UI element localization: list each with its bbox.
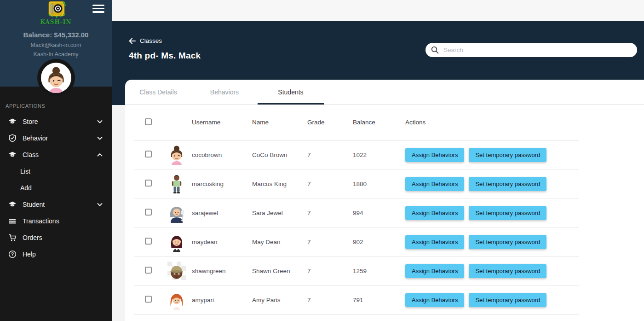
student-avatar	[167, 232, 192, 252]
grade-cell: 7	[307, 239, 353, 245]
username-cell: amypari	[192, 297, 252, 303]
main-area: Classes 4th pd- Ms. Mack Class DetailsBe…	[112, 0, 644, 321]
graduation-cap-icon	[8, 200, 17, 209]
search-input[interactable]	[443, 47, 632, 53]
back-to-classes-link[interactable]: Classes	[128, 37, 162, 44]
svg-text:?: ?	[11, 252, 14, 257]
sidebar-item-label: Help	[23, 251, 36, 258]
column-header-name: Name	[252, 119, 307, 126]
balance-cell: 1880	[353, 181, 405, 187]
student-avatar	[167, 174, 192, 194]
girl-hood-avatar	[167, 203, 187, 223]
sidebar-profile-panel: KASH-IN Balance: $45,332.00 Mack@kash-in…	[0, 0, 112, 87]
sidebar-item-store[interactable]: Store	[0, 113, 112, 130]
sidebar-item-add[interactable]: Add	[0, 180, 112, 196]
balance-cell: 994	[353, 210, 405, 216]
select-all-checkbox[interactable]	[145, 118, 152, 125]
back-arrow-icon	[128, 38, 136, 44]
boy-green-shirt-avatar	[167, 174, 187, 194]
name-cell: Shawn Green	[252, 268, 307, 274]
balance-cell: 1259	[353, 268, 405, 274]
tab-bar: Class DetailsBehaviorsStudents	[125, 80, 644, 105]
assign-behaviors-button[interactable]: Assign Behaviors	[405, 148, 464, 162]
hamburger-menu-icon[interactable]	[92, 5, 104, 15]
chevron-up-icon	[97, 152, 103, 157]
sidebar-item-class[interactable]: Class	[0, 146, 112, 163]
row-checkbox[interactable]	[145, 296, 152, 303]
sidebar-item-student[interactable]: Student	[0, 196, 112, 213]
girl-bun-avatar	[167, 145, 187, 165]
sidebar-item-label: List	[20, 168, 30, 175]
set-temporary-password-button[interactable]: Set temporary password	[469, 177, 546, 191]
top-bar	[112, 0, 644, 21]
table-row: amypariAmy Paris7791Assign BehaviorsSet …	[134, 286, 579, 315]
boy-cap-avatar	[167, 261, 187, 281]
chevron-down-icon	[97, 202, 103, 207]
assign-behaviors-button[interactable]: Assign Behaviors	[405, 264, 464, 278]
sidebar-item-label: Add	[20, 184, 32, 192]
list-icon	[8, 217, 17, 225]
class-detail-card: Class DetailsBehaviorsStudents UsernameN…	[125, 80, 644, 321]
assign-behaviors-button[interactable]: Assign Behaviors	[405, 235, 464, 249]
user-avatar[interactable]	[37, 59, 75, 97]
grade-cell: 7	[307, 181, 353, 187]
table-row: shawngreenShawn Green71259Assign Behavio…	[134, 257, 579, 286]
sidebar-item-help[interactable]: ?Help	[0, 246, 112, 263]
row-checkbox[interactable]	[145, 238, 152, 245]
balance-cell: 902	[353, 239, 405, 245]
logo-wordmark: KASH-IN	[0, 19, 112, 25]
set-temporary-password-button[interactable]: Set temporary password	[469, 206, 546, 220]
sidebar-item-label: Transactions	[23, 217, 59, 225]
student-avatar	[167, 290, 192, 310]
girl-redhead-avatar	[167, 290, 187, 310]
set-temporary-password-button[interactable]: Set temporary password	[469, 264, 546, 278]
search-box	[426, 43, 637, 57]
tab-students[interactable]: Students	[258, 80, 324, 104]
username-cell: maydean	[192, 239, 252, 245]
sidebar: KASH-IN Balance: $45,332.00 Mack@kash-in…	[0, 0, 112, 321]
sidebar-item-transactions[interactable]: Transactions	[0, 213, 112, 229]
account-email: Mack@kash-in.com	[0, 42, 112, 48]
name-cell: Amy Paris	[252, 297, 307, 303]
sidebar-item-behavior[interactable]: Behavior	[0, 130, 112, 146]
sidebar-item-orders[interactable]: Orders	[0, 229, 112, 246]
graduation-cap-icon	[8, 117, 17, 126]
set-temporary-password-button[interactable]: Set temporary password	[469, 293, 546, 307]
column-header-balance: Balance	[353, 119, 405, 126]
tab-behaviors[interactable]: Behaviors	[191, 80, 258, 104]
chevron-down-icon	[97, 136, 103, 140]
name-cell: Marcus King	[252, 181, 307, 187]
set-temporary-password-button[interactable]: Set temporary password	[469, 235, 546, 249]
table-header-row: UsernameNameGradeBalanceActions	[134, 105, 579, 140]
username-cell: sarajewel	[192, 210, 252, 216]
username-cell: cocobrown	[192, 152, 252, 158]
shield-check-icon	[8, 134, 17, 142]
tab-class-details[interactable]: Class Details	[125, 80, 191, 104]
cash-register-logo-icon	[45, 1, 68, 18]
grade-cell: 7	[307, 152, 353, 158]
student-avatar	[167, 261, 192, 281]
username-cell: marcusking	[192, 181, 252, 187]
assign-behaviors-button[interactable]: Assign Behaviors	[405, 177, 464, 191]
cart-icon	[8, 233, 17, 242]
name-cell: May Dean	[252, 239, 307, 245]
row-checkbox[interactable]	[145, 267, 152, 274]
graduation-cap-icon	[8, 151, 17, 159]
applications-section-label: APPLICATIONS	[0, 103, 112, 109]
assign-behaviors-button[interactable]: Assign Behaviors	[405, 206, 464, 220]
student-avatar	[167, 203, 192, 223]
assign-behaviors-button[interactable]: Assign Behaviors	[405, 293, 464, 307]
row-checkbox[interactable]	[145, 151, 152, 158]
help-icon: ?	[8, 250, 17, 258]
sidebar-item-list[interactable]: List	[0, 163, 112, 180]
set-temporary-password-button[interactable]: Set temporary password	[469, 148, 546, 162]
students-table: UsernameNameGradeBalanceActions cocobrow…	[134, 105, 579, 315]
account-balance: Balance: $45,332.00	[0, 31, 112, 39]
table-row: cocobrownCoCo Brown71022Assign Behaviors…	[134, 140, 579, 169]
table-row: sarajewelSara Jewel7994Assign BehaviorsS…	[134, 198, 579, 228]
grade-cell: 7	[307, 210, 353, 216]
name-cell: CoCo Brown	[252, 152, 307, 158]
row-checkbox[interactable]	[145, 180, 152, 187]
username-cell: shawngreen	[192, 268, 252, 274]
row-checkbox[interactable]	[145, 209, 152, 216]
